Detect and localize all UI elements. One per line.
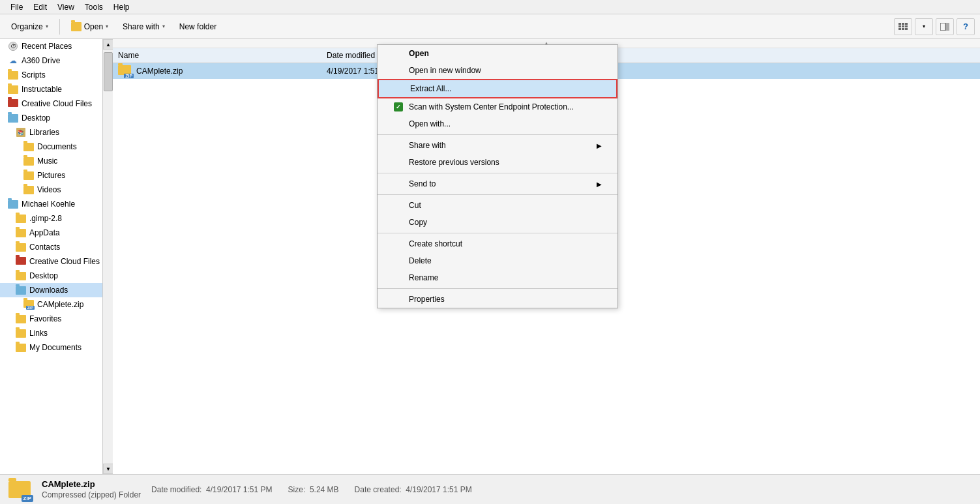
sidebar-item-desktop[interactable]: Desktop: [0, 111, 102, 125]
sidebar-icon-desktop2: [16, 271, 26, 281]
sidebar-item-instructable[interactable]: Instructable: [0, 82, 102, 96]
sidebar-icon-my-documents: [16, 342, 26, 353]
status-date-created: Date created: 4/19/2017 1:51 PM: [355, 485, 472, 494]
status-filetype: Compressed (zipped) Folder: [42, 490, 141, 499]
preview-pane-button[interactable]: [936, 18, 954, 35]
sidebar-item-pictures[interactable]: Pictures: [0, 168, 102, 183]
context-menu-item-copy[interactable]: Copy: [378, 214, 617, 231]
sidebar-item-recent-places[interactable]: ⏱Recent Places: [0, 39, 102, 53]
sidebar-item-libraries[interactable]: 📚Libraries: [0, 125, 102, 140]
scroll-thumb[interactable]: [104, 52, 113, 91]
ctx-icon-placeholder: [393, 119, 404, 129]
sidebar-item-gimp[interactable]: .gimp-2.8: [0, 211, 102, 226]
context-menu-item-rename[interactable]: Rename: [378, 269, 617, 286]
sidebar-icon-documents: [23, 141, 34, 152]
context-menu-item-create-shortcut[interactable]: Create shortcut: [378, 235, 617, 252]
sidebar-label-downloads: Downloads: [29, 286, 68, 295]
date-modified-label: Date modified:: [151, 485, 201, 494]
ctx-label-share-with: Share with: [409, 141, 446, 150]
scan-icon: ✓: [393, 102, 404, 112]
help-button[interactable]: ?: [957, 18, 975, 35]
sidebar-label-documents: Documents: [37, 142, 77, 151]
sidebar: ⏱Recent Places☁A360 DriveScriptsInstruct…: [0, 39, 102, 474]
context-menu-separator: [378, 134, 617, 135]
view-chevron-button[interactable]: ▾: [915, 18, 933, 35]
menu-tools[interactable]: Tools: [80, 1, 108, 13]
sidebar-icon-music: [23, 156, 34, 166]
status-file-icon: ZIP: [8, 478, 31, 501]
menu-file[interactable]: File: [5, 1, 28, 13]
sidebar-item-links[interactable]: Links: [0, 326, 102, 340]
sidebar-label-scripts: Scripts: [22, 70, 46, 80]
sidebar-icon-gimp: [16, 213, 26, 224]
context-menu-item-delete[interactable]: Delete: [378, 252, 617, 269]
sidebar-label-camplete-zip: CAMplete.zip: [37, 300, 83, 309]
context-menu-item-share-with[interactable]: Share with▶: [378, 137, 617, 154]
menu-help[interactable]: Help: [108, 1, 135, 13]
open-label: Open: [84, 22, 103, 31]
view-toggle-button[interactable]: [894, 18, 912, 35]
context-menu-item-scan[interactable]: ✓Scan with System Center Endpoint Protec…: [378, 98, 617, 115]
ctx-icon-placeholder: [393, 179, 404, 189]
share-button[interactable]: Share with ▾: [117, 20, 171, 34]
sidebar-label-recent-places: Recent Places: [22, 42, 72, 51]
sidebar-container: ⏱Recent Places☁A360 DriveScriptsInstruct…: [0, 39, 113, 474]
new-folder-button[interactable]: New folder: [173, 20, 222, 34]
right-toolbar: ▾ ?: [894, 18, 975, 35]
context-menu-item-restore-versions[interactable]: Restore previous versions: [378, 154, 617, 171]
sidebar-item-downloads[interactable]: Downloads: [0, 283, 102, 297]
sidebar-scrollbar[interactable]: ▲ ▼: [102, 39, 113, 474]
svg-rect-7: [902, 28, 904, 30]
sidebar-item-music[interactable]: Music: [0, 154, 102, 168]
menu-view[interactable]: View: [52, 1, 80, 13]
sidebar-icon-creative-cloud-files-fav: [8, 98, 18, 109]
context-menu-item-open[interactable]: Open: [378, 45, 617, 62]
menu-edit[interactable]: Edit: [28, 1, 52, 13]
context-menu-item-properties[interactable]: Properties: [378, 291, 617, 308]
context-menu-item-open-with[interactable]: Open with...: [378, 115, 617, 132]
header-name[interactable]: Name: [118, 51, 327, 60]
context-menu-item-open-new-window[interactable]: Open in new window: [378, 62, 617, 79]
organize-label: Organize: [11, 22, 43, 31]
sidebar-item-desktop2[interactable]: Desktop: [0, 269, 102, 283]
ctx-label-properties: Properties: [409, 295, 445, 304]
context-menu-item-send-to[interactable]: Send to▶: [378, 175, 617, 192]
ctx-label-send-to: Send to: [409, 179, 436, 188]
ctx-label-open-with: Open with...: [409, 119, 451, 128]
sidebar-label-appdata: AppData: [29, 228, 60, 237]
sidebar-label-my-documents: My Documents: [29, 343, 82, 352]
sidebar-item-videos[interactable]: Videos: [0, 183, 102, 197]
sidebar-label-contacts: Contacts: [29, 243, 60, 252]
sidebar-item-appdata[interactable]: AppData: [0, 226, 102, 240]
organize-chevron: ▾: [46, 23, 48, 29]
context-menu: OpenOpen in new windowExtract All...✓Sca…: [377, 44, 618, 308]
menu-bar: File Edit View Tools Help: [0, 0, 980, 14]
sidebar-label-videos: Videos: [37, 185, 61, 194]
sidebar-icon-a360-drive: ☁: [8, 55, 18, 66]
sidebar-item-camplete-zip[interactable]: ZIP CAMplete.zip: [0, 297, 102, 312]
svg-rect-10: [946, 23, 949, 31]
sidebar-item-scripts[interactable]: Scripts: [0, 68, 102, 82]
context-menu-separator: [378, 173, 617, 173]
sidebar-item-documents[interactable]: Documents: [0, 140, 102, 154]
sidebar-item-favorites[interactable]: Favorites: [0, 312, 102, 326]
sidebar-label-michael-koehle: Michael Koehle: [22, 200, 75, 209]
sidebar-item-a360-drive[interactable]: ☁A360 Drive: [0, 53, 102, 68]
new-folder-label: New folder: [179, 22, 216, 31]
context-menu-item-extract-all[interactable]: Extract All...: [378, 79, 617, 98]
sidebar-item-contacts[interactable]: Contacts: [0, 240, 102, 254]
sidebar-item-michael-koehle[interactable]: Michael Koehle: [0, 197, 102, 211]
sidebar-icon-desktop: [8, 113, 18, 123]
sidebar-item-creative-cloud-files-fav[interactable]: Creative Cloud Files: [0, 96, 102, 111]
share-chevron: ▾: [162, 23, 165, 29]
organize-button[interactable]: Organize ▾: [5, 20, 54, 34]
scroll-down-arrow[interactable]: ▼: [103, 464, 113, 474]
scroll-up-arrow[interactable]: ▲: [103, 39, 113, 50]
ctx-label-open: Open: [409, 49, 429, 58]
sidebar-item-my-documents[interactable]: My Documents: [0, 340, 102, 355]
ctx-icon-placeholder: [393, 65, 404, 76]
status-details: Compressed (zipped) Folder: [42, 490, 141, 499]
sidebar-item-creative-cloud-files[interactable]: Creative Cloud Files: [0, 254, 102, 269]
context-menu-item-cut[interactable]: Cut: [378, 197, 617, 214]
open-button[interactable]: Open ▾: [65, 20, 114, 34]
